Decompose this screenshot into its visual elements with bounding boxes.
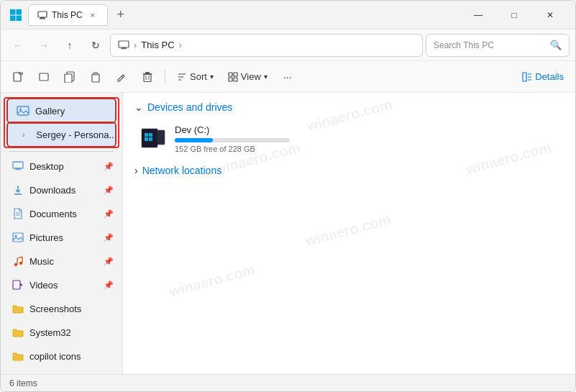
sidebar-item-system32[interactable]: System32	[4, 321, 119, 344]
videos-label: Videos	[29, 280, 58, 291]
paste-button[interactable]	[84, 65, 107, 88]
address-bar[interactable]: › This PC ›	[110, 34, 423, 57]
view-icon	[228, 72, 238, 82]
selected-sidebar-group: Gallery › Sergey - Persona...	[4, 97, 119, 148]
delete-icon	[142, 71, 153, 83]
cut-button[interactable]	[32, 65, 55, 88]
downloads-label: Downloads	[29, 185, 76, 196]
svg-rect-57	[149, 137, 152, 141]
svg-rect-7	[119, 41, 129, 47]
documents-pin-icon: 📌	[104, 209, 114, 219]
sidebar-item-desktop[interactable]: Desktop 📌	[4, 155, 119, 178]
copy-button[interactable]	[58, 65, 81, 88]
svg-rect-2	[10, 15, 16, 21]
system32-folder-icon	[12, 327, 24, 338]
svg-rect-21	[144, 74, 151, 81]
drive-c-item[interactable]: Dev (C:) 152 GB free of 228 GB	[134, 120, 564, 158]
search-label: Search This PC	[434, 40, 494, 50]
title-bar: This PC × + — □ ✕	[1, 1, 575, 29]
drive-c-icon	[140, 126, 166, 152]
sidebar-item-sergey[interactable]: › Sergey - Persona...	[8, 123, 115, 146]
tab-close-button[interactable]: ×	[87, 9, 99, 21]
address-path: This PC	[141, 40, 174, 50]
svg-rect-37	[13, 162, 23, 168]
toolbar-separator-1	[165, 70, 165, 84]
rename-button[interactable]	[110, 65, 133, 88]
drive-c-info: Dev (C:) 152 GB free of 228 GB	[175, 124, 558, 153]
svg-rect-55	[149, 133, 152, 137]
sidebar-item-gallery[interactable]: Gallery	[8, 99, 115, 122]
videos-icon	[12, 279, 24, 291]
sidebar-item-vhd[interactable]: vhd	[4, 368, 119, 374]
drive-c-name: Dev (C:)	[175, 124, 558, 135]
new-button[interactable]	[6, 65, 29, 88]
search-bar[interactable]: Search This PC 🔍	[426, 34, 570, 57]
search-icon: 🔍	[550, 40, 562, 50]
up-button[interactable]: ↑	[58, 34, 81, 57]
desktop-icon	[12, 160, 24, 172]
svg-rect-19	[145, 72, 150, 73]
sidebar-item-pictures[interactable]: Pictures 📌	[4, 226, 119, 249]
svg-rect-27	[229, 73, 232, 76]
pictures-label: Pictures	[29, 232, 63, 243]
delete-button[interactable]	[136, 65, 159, 88]
expand-icon: ›	[22, 131, 24, 139]
svg-rect-3	[17, 15, 22, 21]
documents-icon	[12, 208, 24, 219]
gallery-label: Gallery	[35, 106, 65, 117]
drive-c-size: 152 GB free of 228 GB	[175, 145, 558, 153]
app-icon	[9, 9, 22, 22]
tab-area: This PC × +	[28, 4, 456, 26]
sergey-label: Sergey - Persona...	[36, 129, 115, 140]
music-label: Music	[29, 256, 54, 267]
new-tab-button[interactable]: +	[111, 5, 131, 25]
minimize-button[interactable]: —	[462, 4, 495, 26]
close-button[interactable]: ✕	[534, 4, 567, 26]
refresh-button[interactable]: ↻	[84, 34, 107, 57]
watermark-5: winaero.com	[168, 262, 257, 301]
status-text: 6 items	[9, 378, 37, 388]
cut-icon	[38, 71, 50, 83]
address-separator: ›	[134, 40, 137, 50]
music-pin-icon: 📌	[104, 257, 114, 266]
devices-section-header[interactable]: ⌄ Devices and drives	[134, 101, 564, 113]
sidebar-item-copilot-icons[interactable]: copilot icons	[4, 345, 119, 368]
svg-point-44	[15, 235, 17, 237]
network-section-header[interactable]: › Network locations	[134, 165, 564, 176]
details-button[interactable]: Details	[516, 65, 570, 88]
svg-rect-4	[38, 12, 47, 17]
sidebar-item-downloads[interactable]: Downloads 📌	[4, 178, 119, 201]
maximize-button[interactable]: □	[498, 4, 531, 26]
sidebar-item-documents[interactable]: Documents 📌	[4, 202, 119, 225]
back-button[interactable]: ←	[6, 34, 29, 57]
sort-icon	[177, 72, 187, 82]
sidebar-item-music[interactable]: Music 📌	[4, 250, 119, 273]
forward-button[interactable]: →	[32, 34, 55, 57]
current-tab[interactable]: This PC ×	[28, 4, 108, 26]
svg-rect-1	[17, 9, 22, 15]
music-icon	[12, 255, 24, 267]
more-button[interactable]: ···	[276, 65, 299, 88]
svg-rect-35	[17, 106, 29, 115]
svg-rect-9	[121, 48, 127, 49]
view-button[interactable]: View ▾	[222, 65, 273, 88]
svg-point-36	[19, 109, 22, 111]
tab-label: This PC	[52, 10, 83, 20]
svg-rect-0	[10, 9, 16, 15]
address-end-chevron: ›	[179, 40, 182, 50]
more-icon: ···	[283, 71, 292, 83]
sort-button[interactable]: Sort ▾	[171, 65, 219, 88]
svg-marker-51	[20, 283, 23, 286]
network-chevron: ›	[134, 165, 138, 176]
desktop-pin-icon: 📌	[104, 162, 114, 171]
paste-icon	[90, 71, 101, 83]
sidebar-item-screenshots[interactable]: Screenshots	[4, 297, 119, 320]
details-label: Details	[535, 71, 564, 82]
pictures-icon	[12, 232, 24, 243]
sidebar-item-videos[interactable]: Videos 📌	[4, 273, 119, 296]
monitor-icon	[118, 40, 129, 51]
svg-rect-56	[145, 137, 148, 141]
watermark-4: winaero.com	[303, 211, 393, 250]
copilot-folder-icon	[12, 350, 24, 362]
svg-rect-6	[40, 18, 45, 19]
